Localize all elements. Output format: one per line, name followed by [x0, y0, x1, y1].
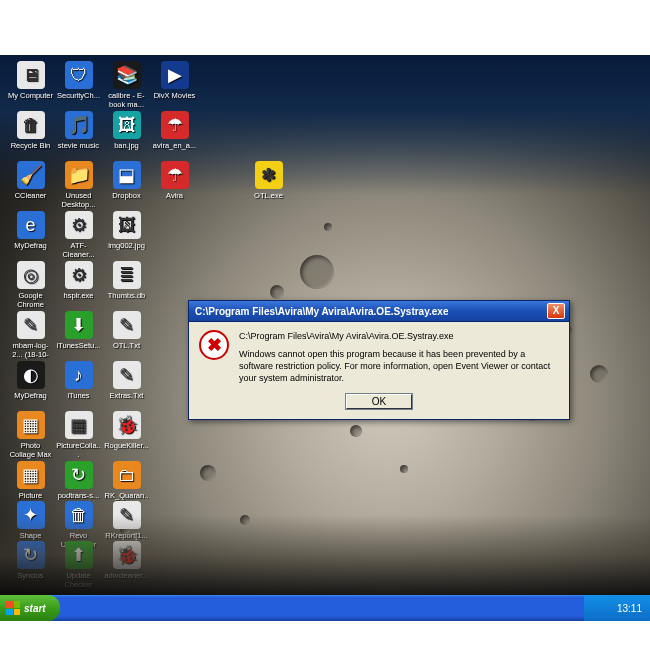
icon-label: mbam-log-2... (18-10-52).txt	[8, 341, 53, 359]
desktop-icon[interactable]: 🐞RogueKiller...	[104, 411, 149, 450]
icon-label: Dropbox	[104, 191, 149, 200]
icon-label: OTL.Txt	[104, 341, 149, 350]
icon-label: hsplr.exe	[56, 291, 101, 300]
desktop[interactable]: 🖥My Computer🛡SecurityCh...📚calibre - E-b…	[0, 55, 650, 595]
desktop-icon[interactable]: 🐞adwcleaner...	[104, 541, 149, 580]
icon-label: MyDefrag	[8, 391, 53, 400]
desktop-icon[interactable]: ✎Extras.Txt	[104, 361, 149, 400]
dialog-button-row: OK	[189, 394, 569, 419]
desktop-icon[interactable]: ▦PictureColla...	[56, 411, 101, 459]
desktop-icon[interactable]: ◐MyDefrag	[8, 361, 53, 400]
desktop-icon[interactable]: 🛡SecurityCh...	[56, 61, 101, 100]
app-icon: ⬇	[65, 311, 93, 339]
app-icon: 🗀	[113, 461, 141, 489]
desktop-icon[interactable]: ↻Syncios	[8, 541, 53, 580]
desktop-icon[interactable]: 🖼ban.jpg	[104, 111, 149, 150]
app-icon: 🖥	[17, 61, 45, 89]
start-button[interactable]: start	[0, 595, 60, 621]
crater	[120, 525, 130, 535]
desktop-icon[interactable]: ✎RKreport[1...	[104, 501, 149, 540]
dialog-titlebar[interactable]: C:\Program Files\Avira\My Avira\Avira.OE…	[189, 301, 569, 322]
dialog-body: ✖ C:\Program Files\Avira\My Avira\Avira.…	[189, 322, 569, 394]
icon-label: RKreport[1...	[104, 531, 149, 540]
icon-label: Syncios	[8, 571, 53, 580]
app-icon: ↻	[17, 541, 45, 569]
icon-label: Thumbs.db	[104, 291, 149, 300]
app-icon: e	[17, 211, 45, 239]
ok-button[interactable]: OK	[346, 394, 412, 409]
system-tray[interactable]: 13:11	[584, 595, 650, 621]
app-icon: ✎	[113, 501, 141, 529]
app-icon: 🎵	[65, 111, 93, 139]
app-icon: ✦	[17, 501, 45, 529]
dialog-title: C:\Program Files\Avira\My Avira\Avira.OE…	[195, 306, 448, 317]
dialog-path: C:\Program Files\Avira\My Avira\Avira.OE…	[239, 330, 559, 342]
desktop-icon[interactable]: ☂Avira	[152, 161, 197, 200]
desktop-icon[interactable]: ⬇iTunesSetu...	[56, 311, 101, 350]
icon-label: avira_en_a...	[152, 141, 197, 150]
desktop-icon[interactable]: 🗑Revo Uninstaller	[56, 501, 101, 549]
dialog-message: Windows cannot open this program because…	[239, 348, 559, 384]
close-icon: X	[553, 306, 560, 316]
icon-label: SecurityCh...	[56, 91, 101, 100]
app-icon: ▦	[17, 461, 45, 489]
start-label: start	[24, 603, 46, 614]
desktop-icon[interactable]: ◎Google Chrome	[8, 261, 53, 309]
desktop-icon[interactable]: 🖼img002.jpg	[104, 211, 149, 250]
icon-label: calibre - E-book ma...	[104, 91, 149, 109]
desktop-icon[interactable]: 📁Unused Desktop...	[56, 161, 101, 209]
desktop-icon[interactable]: ▦Photo Collage Max	[8, 411, 53, 459]
icon-label: Google Chrome	[8, 291, 53, 309]
desktop-icon[interactable]: ✎mbam-log-2... (18-10-52).txt	[8, 311, 53, 359]
taskbar-clock: 13:11	[617, 603, 642, 614]
desktop-icon[interactable]: 🖥My Computer	[8, 61, 53, 100]
desktop-icon[interactable]: 🗑Recycle Bin	[8, 111, 53, 150]
desktop-icon[interactable]: ⚙hsplr.exe	[56, 261, 101, 300]
app-icon: ≣	[113, 261, 141, 289]
desktop-icon[interactable]: eMyDefrag	[8, 211, 53, 250]
app-icon: 🖼	[113, 211, 141, 239]
desktop-icon[interactable]: 🎵stevie music	[56, 111, 101, 150]
icon-label: PictureColla...	[56, 441, 101, 459]
app-icon: ♪	[65, 361, 93, 389]
desktop-icon[interactable]: ✦Shape Collage	[8, 501, 53, 549]
dialog-close-button[interactable]: X	[547, 303, 565, 319]
desktop-icon[interactable]: ↻podtrans-s...	[56, 461, 101, 500]
app-icon: 📚	[113, 61, 141, 89]
app-icon: ⬆	[65, 541, 93, 569]
desktop-icon[interactable]: ⬆Update Checker	[56, 541, 101, 589]
desktop-icon[interactable]: ✽OTL.exe	[246, 161, 291, 200]
app-icon: ▦	[65, 411, 93, 439]
desktop-icon[interactable]: ☂avira_en_a...	[152, 111, 197, 150]
icon-label: DivX Movies	[152, 91, 197, 100]
desktop-icon[interactable]: 📚calibre - E-book ma...	[104, 61, 149, 109]
desktop-icon[interactable]: ⚙ATF-Cleaner...	[56, 211, 101, 259]
icon-label: stevie music	[56, 141, 101, 150]
icon-label: Revo Uninstaller	[56, 531, 101, 549]
icon-label: iTunes	[56, 391, 101, 400]
app-icon: 🐞	[113, 411, 141, 439]
crater	[240, 515, 250, 525]
app-icon: 🧹	[17, 161, 45, 189]
desktop-icon[interactable]: ≣Thumbs.db	[104, 261, 149, 300]
icon-label: iTunesSetu...	[56, 341, 101, 350]
desktop-icon[interactable]: ⬓Dropbox	[104, 161, 149, 200]
app-icon: 🗑	[17, 111, 45, 139]
icon-label: Extras.Txt	[104, 391, 149, 400]
desktop-icon[interactable]: ♪iTunes	[56, 361, 101, 400]
app-icon: ▶	[161, 61, 189, 89]
icon-label: Shape Collage	[8, 531, 53, 549]
desktop-icon[interactable]: ✎OTL.Txt	[104, 311, 149, 350]
icon-label: My Computer	[8, 91, 53, 100]
icon-label: CCleaner	[8, 191, 53, 200]
icon-label: Recycle Bin	[8, 141, 53, 150]
icon-label: podtrans-s...	[56, 491, 101, 500]
error-icon: ✖	[199, 330, 229, 360]
desktop-icon[interactable]: 🧹CCleaner	[8, 161, 53, 200]
icon-label: ATF-Cleaner...	[56, 241, 101, 259]
error-dialog: C:\Program Files\Avira\My Avira\Avira.OE…	[188, 300, 570, 420]
app-icon: ✎	[113, 361, 141, 389]
desktop-icon[interactable]: ▶DivX Movies	[152, 61, 197, 100]
app-icon: ⬓	[113, 161, 141, 189]
icon-label: Update Checker	[56, 571, 101, 589]
